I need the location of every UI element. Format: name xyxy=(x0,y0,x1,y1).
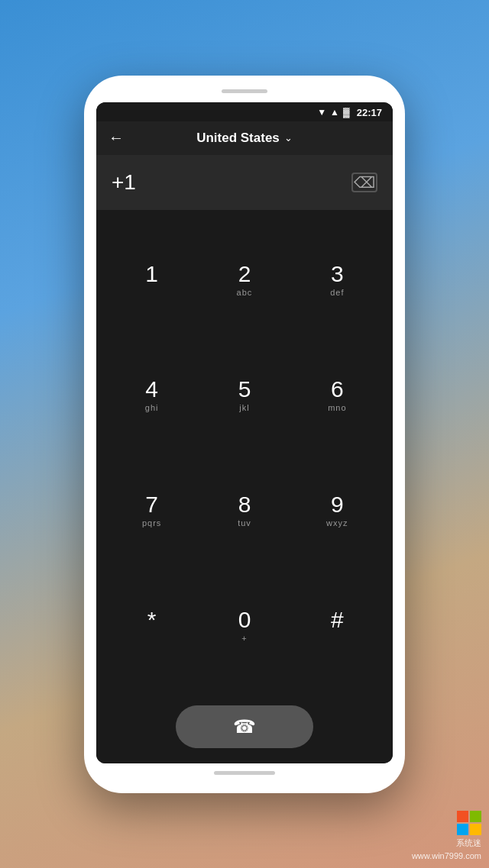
backspace-icon: ⌫ xyxy=(354,173,375,192)
windows-logo xyxy=(457,811,481,835)
dial-letters-8: tuv xyxy=(238,518,251,529)
call-icon: ☎ xyxy=(233,716,256,737)
dial-letters-6: mno xyxy=(328,403,346,414)
dial-number-7: 7 xyxy=(145,492,158,517)
dial-number-0: 0 xyxy=(238,607,251,632)
dial-key-9[interactable]: 9wxyz xyxy=(291,453,384,568)
signal-icon: ▲ xyxy=(330,107,339,118)
dial-letters-7: pqrs xyxy=(142,518,161,529)
dial-number-1: 1 xyxy=(145,261,158,286)
dial-key-#[interactable]: # xyxy=(291,568,384,683)
phone-outer: ▼ ▲ ▓ 22:17 ← United States ⌄ +1 ⌫ 12abc… xyxy=(84,76,405,793)
watermark: 系统迷 www.win7999.com xyxy=(412,811,481,860)
dial-letters-4: ghi xyxy=(145,403,159,414)
dial-number-6: 6 xyxy=(331,376,344,402)
dial-key-0[interactable]: 0+ xyxy=(198,568,290,683)
dial-letters-3: def xyxy=(330,288,344,298)
dial-letters-9: wxyz xyxy=(326,518,348,529)
country-selector[interactable]: United States ⌄ xyxy=(196,131,293,146)
dial-number-5: 5 xyxy=(238,376,251,402)
dial-key-6[interactable]: 6mno xyxy=(291,337,384,453)
dial-number-2: 2 xyxy=(238,261,251,286)
dial-key-3[interactable]: 3def xyxy=(291,222,384,337)
wifi-icon: ▼ xyxy=(317,107,326,118)
dial-number-9: 9 xyxy=(331,492,344,517)
battery-icon: ▓ xyxy=(343,107,350,118)
backspace-button[interactable]: ⌫ xyxy=(351,173,377,192)
watermark-line1: www.win7999.com xyxy=(412,851,481,860)
phone-home-bar xyxy=(214,771,275,775)
dial-key-5[interactable]: 5jkl xyxy=(198,337,290,453)
dial-key-7[interactable]: 7pqrs xyxy=(105,453,198,568)
call-button[interactable]: ☎ xyxy=(176,705,313,748)
watermark-line2: 系统迷 xyxy=(456,837,481,849)
back-button[interactable]: ← xyxy=(108,129,124,147)
dial-number-*: * xyxy=(147,607,157,632)
dial-key-4[interactable]: 4ghi xyxy=(105,337,198,453)
dial-number-#: # xyxy=(331,607,344,632)
notch-bar xyxy=(222,89,267,93)
dial-letters-5: jkl xyxy=(239,403,249,414)
dial-number-4: 4 xyxy=(145,376,158,402)
dial-key-8[interactable]: 8tuv xyxy=(198,453,290,568)
call-row: ☎ xyxy=(96,696,393,763)
dial-number-3: 3 xyxy=(331,261,344,286)
phone-prefix: +1 xyxy=(112,170,136,195)
top-nav: ← United States ⌄ xyxy=(96,121,393,155)
dial-number-8: 8 xyxy=(238,492,251,517)
dial-key-1[interactable]: 1 xyxy=(105,222,198,337)
dialpad: 12abc3def4ghi5jkl6mno7pqrs8tuv9wxyz*0+# xyxy=(96,210,393,696)
country-name: United States xyxy=(196,131,280,146)
status-bar: ▼ ▲ ▓ 22:17 xyxy=(96,102,393,121)
dial-letters-2: abc xyxy=(237,288,253,298)
dial-key-2[interactable]: 2abc xyxy=(198,222,290,337)
dial-key-*[interactable]: * xyxy=(105,568,198,683)
phone-input-row: +1 ⌫ xyxy=(96,155,393,210)
dial-letters-0: + xyxy=(241,634,247,644)
chevron-down-icon: ⌄ xyxy=(284,132,293,144)
status-time: 22:17 xyxy=(357,107,382,118)
phone-screen: ▼ ▲ ▓ 22:17 ← United States ⌄ +1 ⌫ 12abc… xyxy=(96,102,393,763)
